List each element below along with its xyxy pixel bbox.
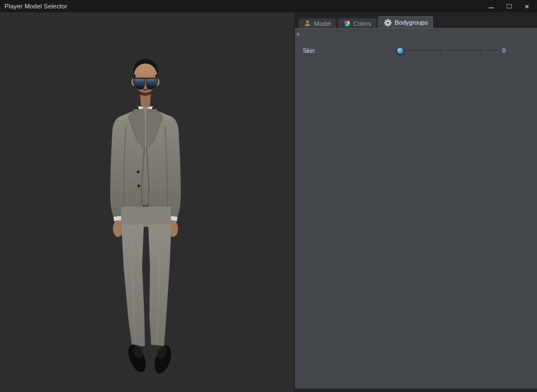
model-trousers <box>121 207 171 347</box>
skin-slider-row: Skin 0 <box>295 29 537 68</box>
color-wheel-icon <box>343 20 351 27</box>
player-model-selector-window: Player Model Selector × <box>0 0 537 392</box>
skin-value[interactable]: 0 <box>502 47 513 54</box>
player-model-preview <box>89 53 204 377</box>
slider-tick <box>439 52 440 54</box>
minimize-icon <box>489 7 494 8</box>
window-title: Player Model Selector <box>0 3 67 10</box>
slider-tick <box>419 52 420 54</box>
model-shoes <box>125 342 174 376</box>
skin-slider-handle[interactable] <box>397 47 404 54</box>
close-button[interactable]: × <box>520 1 534 11</box>
mannequin-icon <box>304 20 311 27</box>
skin-slider-track[interactable] <box>396 51 499 51</box>
maximize-icon <box>507 4 512 8</box>
slider-tick <box>499 52 499 54</box>
tab-colors[interactable]: Colors <box>338 18 377 28</box>
close-icon: × <box>525 3 529 10</box>
tab-bodygroups-label: Bodygroups <box>395 19 428 26</box>
tab-model-label: Model <box>314 20 331 27</box>
bodygroups-panel: Skin 0 <box>295 28 537 389</box>
slider-tick <box>459 52 460 54</box>
tab-colors-label: Colors <box>353 20 371 27</box>
tab-model[interactable]: Model <box>298 18 336 28</box>
settings-pane: Model Colors Bodygroups <box>294 12 537 392</box>
maximize-button[interactable] <box>502 1 516 11</box>
slider-tick <box>480 52 480 54</box>
minimize-button[interactable] <box>484 1 498 11</box>
tab-strip: Model Colors Bodygroups <box>298 16 433 28</box>
gear-icon <box>384 19 392 27</box>
titlebar[interactable]: Player Model Selector × <box>0 0 537 12</box>
model-head <box>131 59 160 108</box>
window-controls: × <box>484 0 534 12</box>
model-viewport[interactable] <box>0 12 294 392</box>
model-jacket <box>110 107 181 221</box>
tab-bodygroups[interactable]: Bodygroups <box>378 16 434 28</box>
skin-label: Skin <box>303 47 315 54</box>
